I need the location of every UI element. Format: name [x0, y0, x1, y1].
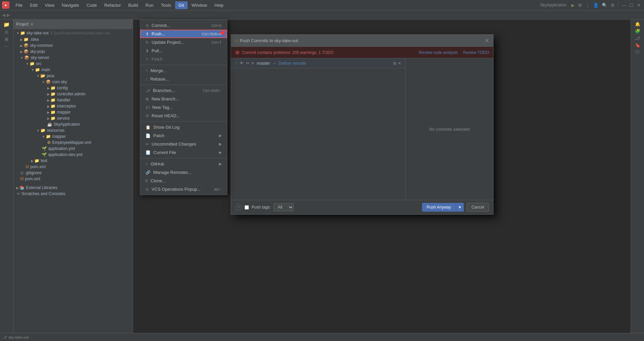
git-uncommitted-item[interactable]: ✏ Uncommitted Changes ▶: [140, 140, 227, 148]
notification-icon[interactable]: 🔔: [635, 22, 640, 27]
build-icon[interactable]: ⚙: [578, 3, 582, 8]
push-dropdown-arrow[interactable]: ▼: [456, 203, 464, 212]
tree-resources[interactable]: ▼ 📁 resources: [13, 127, 133, 133]
plugins-icon[interactable]: 🧩: [635, 29, 640, 34]
git-reset-head-item[interactable]: ↺ Reset HEAD...: [140, 112, 227, 120]
git-patch-item[interactable]: 📄 Patch ▶: [140, 131, 227, 140]
tree-config[interactable]: ▶ 📁 config: [13, 85, 133, 91]
push-tags-checkbox[interactable]: [245, 205, 249, 210]
menu-build[interactable]: Build: [125, 1, 141, 9]
more-icon[interactable]: ⋮: [585, 3, 590, 8]
tree-mapper-java[interactable]: ▶ 📁 mapper: [13, 109, 133, 115]
run-button[interactable]: ▶: [571, 3, 575, 8]
tree-handler[interactable]: ▶ 📁 handler: [13, 97, 133, 103]
git-pull-item[interactable]: ⬇ Pull...: [140, 46, 227, 55]
git-github-item[interactable]: ⑂ GitHub ▶: [140, 160, 227, 168]
push-tags-select[interactable]: All: [273, 203, 294, 211]
menu-tools[interactable]: Tools: [158, 1, 174, 9]
git-new-branch-item[interactable]: ⊕ New Branch...: [140, 95, 227, 103]
git-current-file-item[interactable]: 📃 Current File ▶: [140, 148, 227, 157]
collapse-icon[interactable]: ✕: [398, 61, 401, 66]
git-clone-item[interactable]: ⎘ Clone...: [140, 177, 227, 185]
tree-pom-root[interactable]: M pom.xml: [13, 176, 133, 182]
git-rebase-item[interactable]: ↕ Rebase...: [140, 75, 227, 83]
more-tools-icon[interactable]: ⋯: [4, 44, 9, 49]
menu-window[interactable]: Window: [188, 1, 211, 9]
tree-controller-admin[interactable]: ▶ 📁 controller.admin: [13, 91, 133, 97]
tree-idea[interactable]: ▶ 📁 .idea: [13, 36, 133, 42]
toolbar-back[interactable]: ◀: [2, 12, 5, 18]
menu-run[interactable]: Run: [142, 1, 157, 9]
project-icon[interactable]: 📁: [3, 22, 10, 28]
tree-src[interactable]: ▼ 📁 src: [13, 61, 133, 67]
git-update-item[interactable]: ↻ Update Project... Ctrl+T: [140, 38, 227, 46]
uncommitted-icon: ✏: [146, 142, 149, 147]
menu-file[interactable]: File: [12, 1, 26, 9]
tree-application-yml[interactable]: 🌱 application.yml: [13, 146, 133, 152]
menu-git[interactable]: Git: [175, 1, 188, 9]
menu-navigate[interactable]: Navigate: [58, 1, 82, 9]
tree-sky-server[interactable]: ▼ 📦 sky-server: [13, 55, 133, 61]
branch-eye-icon[interactable]: 👁: [239, 61, 244, 66]
tree-mapper-res[interactable]: ▼ 📁 mapper: [13, 133, 133, 140]
git-branches-item[interactable]: ⎇ Branches... Ctrl+Shift+`: [140, 86, 227, 95]
tree-root[interactable]: ▼ 📁 sky-take-out E:\javaProjectWork\sky\…: [13, 30, 133, 36]
branch-edit-icon[interactable]: ✏: [246, 61, 250, 66]
maximize-button[interactable]: ☐: [630, 3, 634, 8]
menu-edit[interactable]: Edit: [27, 1, 41, 9]
review-todo-link[interactable]: Review TODO: [463, 50, 489, 55]
branch-up-icon[interactable]: ↑: [235, 61, 237, 66]
branch-row: ↑ 👁 ✏ ≡ master → Define remote ⊞ ✕: [231, 58, 405, 68]
menu-code[interactable]: Code: [83, 1, 100, 9]
remotes-icon: 🔗: [146, 170, 151, 175]
tree-comsky[interactable]: ▼ 📦 com.sky: [13, 79, 133, 85]
git-push-item[interactable]: ⬆ Push... Ctrl+Shift+K: [140, 30, 227, 38]
menu-refactor[interactable]: Refactor: [101, 1, 124, 9]
tree-scratches[interactable]: ✏ Scratches and Consoles: [13, 191, 133, 197]
branch-define-remote[interactable]: Define remote: [279, 61, 306, 66]
minimize-button[interactable]: —: [622, 3, 626, 8]
tree-pom-server[interactable]: M pom.xml: [13, 164, 133, 170]
tree-test[interactable]: ▶ 📁 test: [13, 158, 133, 164]
tree-external-libraries[interactable]: ▶ 📚 External Libraries: [13, 185, 133, 191]
structure-icon[interactable]: ⊞: [5, 37, 8, 42]
tree-main[interactable]: ▼ 📁 main: [13, 67, 133, 73]
expand-icon[interactable]: ⊞: [393, 61, 396, 66]
server-module-icon: 📦: [24, 55, 29, 60]
git-sidebar-icon[interactable]: ⎇: [635, 36, 640, 41]
push-anyway-button[interactable]: Push Anyway: [422, 203, 456, 212]
git-vcs-popup-item[interactable]: ⊙ VCS Operations Popup... Alt+`: [140, 185, 227, 193]
close-button[interactable]: ✕: [637, 3, 641, 8]
help-button[interactable]: ?: [235, 204, 242, 211]
git-show-log-item[interactable]: 📋 Show Git Log: [140, 123, 227, 131]
menu-view[interactable]: View: [41, 1, 58, 9]
vcs-icon[interactable]: ⊙: [5, 30, 8, 35]
tree-gitignore[interactable]: ◎ .gitignore: [13, 170, 133, 176]
review-code-analysis-link[interactable]: Review code analysis: [419, 50, 458, 55]
tree-java[interactable]: ▼ 📂 java: [13, 73, 133, 79]
bookmarks-icon[interactable]: 🔖: [635, 43, 640, 48]
person-icon[interactable]: 👤: [593, 3, 599, 8]
warning-bar: ⊛ Commit contains problems: 205 warnings…: [231, 47, 493, 58]
menu-help[interactable]: Help: [211, 1, 227, 9]
settings-icon[interactable]: ⚙: [611, 3, 615, 8]
clone-icon: ⎘: [146, 179, 148, 183]
tree-interceptor[interactable]: ▶ 📁 interceptor: [13, 103, 133, 109]
shield-icon[interactable]: 🛡: [635, 50, 640, 55]
tree-sky-common[interactable]: ▶ 📦 sky-common: [13, 42, 133, 49]
git-manage-remotes-item[interactable]: 🔗 Manage Remotes...: [140, 168, 227, 177]
git-merge-item[interactable]: ⑂ Merge...: [140, 66, 227, 75]
git-commit-item[interactable]: ⊙ Commit... Ctrl+K: [140, 21, 227, 30]
menu-bar: ● File Edit View Navigate Code Refactor …: [0, 0, 644, 10]
git-new-tag-item[interactable]: 🏷 New Tag...: [140, 103, 227, 112]
dialog-close-button[interactable]: ✕: [485, 37, 489, 44]
toolbar-forward[interactable]: ▶: [7, 12, 10, 18]
tree-sky-pojo[interactable]: ▶ 📦 sky-pojo: [13, 49, 133, 55]
cancel-button[interactable]: Cancel: [466, 203, 489, 212]
search-icon[interactable]: 🔍: [602, 3, 607, 8]
tree-service[interactable]: ▶ 📁 service: [13, 115, 133, 121]
tree-skyapp[interactable]: ☕ SkyApplication: [13, 121, 133, 127]
tree-application-dev-yml[interactable]: 🌱 application-dev.yml: [13, 152, 133, 158]
tree-employeemapper[interactable]: ⚙ EmployeeMapper.xml: [13, 140, 133, 146]
branch-list-icon[interactable]: ≡: [252, 61, 254, 66]
